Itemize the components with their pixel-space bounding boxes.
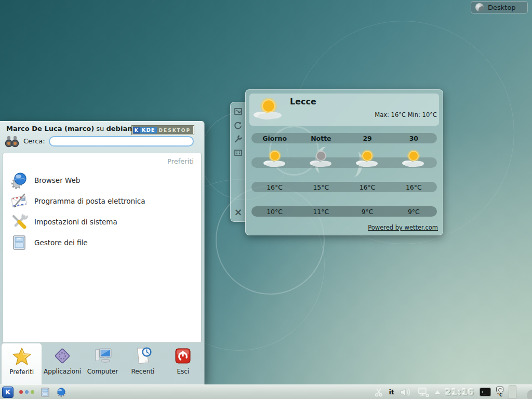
night-temp: 9°C — [344, 206, 391, 217]
application-launcher-button[interactable]: K — [2, 387, 14, 398]
kickoff-search-row: Cerca: — [0, 132, 204, 148]
activity-dots-icon[interactable] — [19, 390, 34, 394]
search-input[interactable] — [49, 136, 194, 147]
web-browser-launcher-icon[interactable] — [56, 387, 66, 397]
menu-item-label: Browser Web — [34, 176, 80, 184]
weather-icons-row — [251, 157, 437, 168]
panel-toolbox-button[interactable] — [522, 384, 532, 399]
tab-esci[interactable]: Esci — [163, 343, 203, 384]
menu-item-system-settings[interactable]: Impostazioni di sistema — [7, 211, 197, 232]
terminal-tray-icon[interactable]: ›_ — [480, 388, 491, 396]
weather-day-temps-row: 16°C 15°C 16°C 16°C — [251, 182, 437, 192]
sun-cloud-icon — [354, 148, 381, 169]
volume-icon[interactable] — [400, 388, 412, 397]
digital-clock[interactable]: 21:16 — [445, 387, 474, 397]
kickoff-tab-bar: Preferiti Applicazioni Computer — [1, 343, 203, 384]
bottom-panel: K it — [0, 384, 532, 399]
plasma-cashew-icon — [475, 3, 484, 11]
rotate-icon[interactable] — [234, 121, 243, 130]
weather-night-temps-row: 10°C 11°C 9°C 9°C — [251, 206, 437, 217]
tab-label: Computer — [87, 368, 118, 375]
weather-column-label: 30 — [391, 133, 437, 143]
weather-column-label: Giorno — [251, 133, 298, 143]
file-manager-launcher-icon[interactable] — [40, 387, 50, 397]
weather-columns-row: Giorno Notte 29 30 — [251, 133, 437, 143]
system-settings-icon — [10, 213, 28, 231]
weather-max-min: Max: 16°C Min: 10°C — [375, 111, 437, 118]
panel-widget-strip[interactable] — [509, 385, 516, 399]
menu-item-browser-web[interactable]: Browser Web — [7, 170, 197, 191]
blue-dot-icon — [25, 390, 29, 394]
tab-label: Applicazioni — [44, 368, 81, 375]
close-icon[interactable]: × — [233, 208, 243, 217]
weather-current-icon sun-cloud-icon — [251, 96, 285, 122]
weather-credit-link[interactable]: Powered by wetter.com — [368, 224, 438, 231]
tab-applicazioni[interactable]: Applicazioni — [42, 343, 82, 384]
clipboard-scissors-icon[interactable] — [374, 388, 383, 397]
mail-client-icon — [10, 192, 28, 210]
web-browser-icon — [10, 171, 28, 189]
tab-computer[interactable]: Computer — [83, 343, 123, 384]
desktop-badge-text: DESKTOP — [157, 128, 193, 133]
user-host-separator: su — [94, 125, 106, 132]
section-label: Preferiti — [167, 157, 194, 165]
plasma-widget-handle[interactable]: × — [230, 102, 246, 222]
red-dot-icon — [19, 390, 23, 394]
night-temp: 10°C — [251, 206, 298, 217]
configure-icon[interactable] — [234, 135, 243, 143]
desktop-toolbox-label: Desktop — [488, 4, 516, 11]
kickoff-menu: Marco De Luca (marco) su debian K KDE DE… — [0, 121, 205, 384]
applications-icon — [53, 347, 72, 365]
search-label: Cerca: — [23, 137, 45, 145]
weather-unit-label: °C — [497, 393, 503, 397]
menu-item-label: Programma di posta elettronica — [34, 197, 145, 205]
grid-icon[interactable] — [234, 148, 243, 157]
weather-tray-icon[interactable]: °C — [496, 387, 503, 397]
sun-cloud-icon — [261, 148, 288, 169]
day-temp: 16°C — [251, 182, 298, 192]
desktop: Desktop × Lecce — [0, 0, 532, 399]
sun-cloud-icon — [400, 148, 427, 169]
tab-label: Preferiti — [9, 368, 34, 376]
keyboard-layout-indicator[interactable]: it — [389, 388, 394, 396]
tab-recenti[interactable]: Recenti — [123, 343, 163, 384]
day-temp: 15°C — [298, 182, 344, 192]
power-icon — [174, 347, 192, 365]
tab-preferiti[interactable]: Preferiti — [1, 343, 42, 384]
resize-icon[interactable] — [234, 107, 243, 116]
recent-documents-icon — [134, 347, 152, 365]
desktop-toolbox-button[interactable]: Desktop — [471, 1, 528, 14]
night-temp: 11°C — [298, 206, 344, 217]
search-binoculars-icon — [4, 135, 20, 148]
night-temp: 9°C — [391, 206, 437, 217]
day-temp: 16°C — [391, 182, 437, 192]
weather-widget: Lecce Max: 16°C Min: 10°C Giorno Notte 2… — [245, 89, 443, 235]
moon-cloud-icon — [308, 148, 335, 169]
weather-column-label: 29 — [344, 133, 391, 143]
weather-city: Lecce — [290, 97, 316, 107]
system-tray: it 21:16 ›_ °C — [374, 384, 532, 399]
menu-item-label: Gestore dei file — [34, 238, 88, 247]
tab-label: Esci — [177, 368, 189, 375]
green-dot-icon — [31, 390, 34, 394]
tab-label: Recenti — [131, 368, 155, 375]
day-temp: 16°C — [344, 182, 391, 192]
kde-desktop-badge: K KDE DESKTOP — [132, 126, 194, 135]
star-icon — [12, 347, 31, 366]
menu-item-mail-client[interactable]: Programma di posta elettronica — [7, 191, 197, 211]
gauge-icon — [496, 387, 503, 392]
kde-logo-icon: K — [133, 127, 140, 134]
menu-item-label: Impostazioni di sistema — [34, 218, 117, 226]
kde-badge-text: KDE — [140, 127, 157, 134]
kickoff-content-panel: Preferiti Browser Web — [3, 153, 202, 343]
menu-item-file-manager[interactable]: Gestore dei file — [7, 232, 197, 253]
weather-column-label: Notte — [298, 133, 344, 143]
host-name: debian — [107, 125, 132, 132]
computer-icon — [94, 347, 112, 365]
user-name: Marco De Luca (marco) — [6, 125, 94, 132]
file-manager-icon — [10, 234, 28, 251]
tray-expander-icon[interactable] — [435, 390, 440, 394]
network-icon[interactable] — [417, 387, 430, 397]
